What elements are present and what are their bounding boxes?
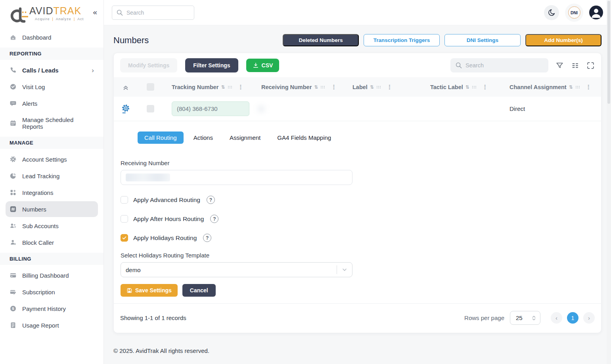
sidebar-item-numbers[interactable]: Numbers xyxy=(6,201,98,217)
rows-per-page-value: 25 xyxy=(516,314,523,321)
sidebar-item-label: Dashboard xyxy=(22,34,51,41)
sidebar-item-block-caller[interactable]: Block Caller xyxy=(6,234,98,250)
advanced-routing-row: Apply Advanced Routing ? xyxy=(121,196,595,204)
sidebar-item-account-settings[interactable]: Account Settings xyxy=(6,151,98,167)
sidebar-item-sub-accounts[interactable]: Sub Accounts xyxy=(6,218,98,234)
dashboard-icon xyxy=(10,34,17,41)
page-head-buttons: Deleted Numbers Transcription Triggers D… xyxy=(283,34,601,46)
sort-icon[interactable]: ⇅ xyxy=(569,84,573,90)
current-page-button[interactable]: 1 xyxy=(567,312,578,324)
help-icon[interactable]: ? xyxy=(207,196,215,204)
help-icon[interactable]: ? xyxy=(210,215,218,223)
apply-holidays-routing-checkbox[interactable] xyxy=(121,234,128,242)
transcription-triggers-button[interactable]: Transcription Triggers xyxy=(364,34,440,46)
filter-funnel-icon[interactable] xyxy=(555,61,564,70)
checkbox-label: Apply After Hours Routing xyxy=(133,215,204,223)
channel-assignment-value: Direct xyxy=(509,105,525,112)
sidebar-item-alerts[interactable]: Alerts xyxy=(6,95,98,111)
sidebar-item-subscription[interactable]: Subscription xyxy=(6,284,98,300)
global-search[interactable] xyxy=(112,6,194,20)
header-receiving-number[interactable]: Receiving Number ⇅ ⋮ xyxy=(261,84,352,91)
column-menu-icon[interactable]: ⋮ xyxy=(328,84,337,91)
brand-tagline: Acquire|Analyze|Act xyxy=(29,17,84,21)
column-menu-icon[interactable]: ⋮ xyxy=(235,84,244,91)
csv-export-button[interactable]: CSV xyxy=(246,59,280,72)
rows-per-page-select[interactable]: 25 xyxy=(510,311,540,325)
holidays-template-label: Select Holidays Routing Template xyxy=(121,252,595,259)
select-all-checkbox[interactable] xyxy=(147,83,154,91)
sidebar-item-payment-history[interactable]: $ Payment History xyxy=(6,301,98,316)
apply-after-hours-routing-checkbox[interactable] xyxy=(121,215,128,223)
sidebar-item-manage-scheduled-reports[interactable]: Manage Scheduled Reports xyxy=(6,112,98,134)
tab-ga4-fields-mapping[interactable]: GA4 Fields Mapping xyxy=(270,131,338,144)
sidebar-item-label: Billing Dashboard xyxy=(22,272,69,279)
header-channel-assignment[interactable]: Channel Assignment ⇅ ⋮ xyxy=(509,84,601,91)
header-label[interactable]: Label ⇅ ⋮ xyxy=(352,84,430,91)
sort-icon[interactable]: ⇅ xyxy=(314,84,318,90)
sidebar-collapse-icon[interactable]: « xyxy=(90,8,100,17)
select-all-cell xyxy=(138,83,163,91)
holidays-template-select[interactable]: demo xyxy=(121,262,352,277)
row-settings-gear-icon[interactable] xyxy=(121,104,130,114)
receiving-number-redacted-value xyxy=(126,173,170,181)
page-title: Numbers xyxy=(113,35,149,46)
sidebar-item-billing-dashboard[interactable]: Billing Dashboard xyxy=(6,267,98,283)
header-tracking-number[interactable]: Tracking Number ⇅ ⋮ xyxy=(163,84,261,91)
save-settings-button[interactable]: Save Settings xyxy=(121,284,178,297)
stepper-icon xyxy=(531,315,536,321)
drag-handle-icon[interactable] xyxy=(376,86,381,89)
profile-button[interactable] xyxy=(589,6,603,19)
add-numbers-button[interactable]: Add Number(s) xyxy=(525,34,601,46)
column-menu-icon[interactable]: ⋮ xyxy=(383,84,393,91)
global-search-input[interactable] xyxy=(126,10,190,16)
sort-icon[interactable]: ⇅ xyxy=(221,84,225,90)
dni-badge-button[interactable]: DNI xyxy=(565,4,583,22)
sidebar-item-calls-leads[interactable]: Calls / Leads › xyxy=(6,62,98,78)
sort-icon[interactable]: ⇅ xyxy=(370,84,374,90)
sidebar-item-dashboard[interactable]: Dashboard xyxy=(6,29,98,45)
drag-handle-icon[interactable] xyxy=(575,86,580,89)
next-page-button[interactable]: › xyxy=(583,312,595,324)
sort-icon[interactable]: ⇅ xyxy=(465,84,469,90)
table-search[interactable] xyxy=(450,58,548,72)
table-header-row: Tracking Number ⇅ ⋮ Receiving Number ⇅ ⋮ xyxy=(114,77,601,97)
tab-actions[interactable]: Actions xyxy=(187,131,220,144)
column-menu-icon[interactable]: ⋮ xyxy=(479,84,488,91)
sidebar-item-visit-log[interactable]: Visit Log xyxy=(6,79,98,95)
prev-page-button[interactable]: ‹ xyxy=(551,312,562,324)
sidebar-item-lead-tracking[interactable]: Lead Tracking xyxy=(6,168,98,184)
tracking-number-value[interactable]: (804) 368-6730 xyxy=(172,101,249,116)
row-checkbox[interactable] xyxy=(147,105,154,112)
deleted-numbers-button[interactable]: Deleted Numbers xyxy=(283,34,359,46)
dark-mode-toggle[interactable] xyxy=(544,5,559,20)
scrollbar-thumb[interactable] xyxy=(607,1,610,104)
row-detail-panel: Call Routing Actions Assignment GA4 Fiel… xyxy=(114,121,601,303)
sidebar-item-usage-report[interactable]: Usage Report xyxy=(6,317,98,333)
tab-call-routing[interactable]: Call Routing xyxy=(138,131,184,144)
sidebar-item-integrations[interactable]: Integrations xyxy=(6,185,98,200)
topbar-actions: DNI xyxy=(544,4,603,22)
receiving-number-field[interactable] xyxy=(121,170,352,185)
modify-settings-button[interactable]: Modify Settings xyxy=(120,58,177,72)
dni-settings-button[interactable]: DNI Settings xyxy=(444,34,521,46)
apply-advanced-routing-checkbox[interactable] xyxy=(121,196,128,204)
tab-assignment[interactable]: Assignment xyxy=(223,131,267,144)
drag-handle-icon[interactable] xyxy=(472,86,477,89)
cancel-button[interactable]: Cancel xyxy=(182,284,216,297)
filter-settings-button[interactable]: Filter Settings xyxy=(185,58,238,72)
help-icon[interactable]: ? xyxy=(203,234,211,242)
page-scrollbar[interactable] xyxy=(607,0,611,364)
fullscreen-icon[interactable] xyxy=(586,61,595,70)
sidebar-section-reporting: REPORTING xyxy=(0,48,103,60)
drag-handle-icon[interactable] xyxy=(320,86,325,89)
header-tactic-label[interactable]: Tactic Label ⇅ ⋮ xyxy=(430,84,509,91)
subscription-icon xyxy=(10,288,17,295)
collapse-rows-icon[interactable] xyxy=(122,84,129,91)
table-search-input[interactable] xyxy=(465,62,544,69)
download-icon xyxy=(253,62,259,69)
drag-handle-icon[interactable] xyxy=(228,86,232,89)
column-settings-icon[interactable] xyxy=(571,61,579,70)
holidays-routing-row: Apply Holidays Routing ? xyxy=(121,234,595,242)
column-menu-icon[interactable]: ⋮ xyxy=(582,84,592,91)
table-footer: Showing 1-1 of 1 records Rows per page 2… xyxy=(114,303,601,333)
